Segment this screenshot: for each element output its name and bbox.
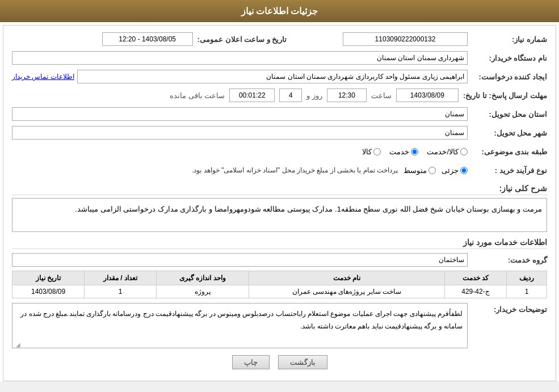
col-service-code: کد خدمت [444,271,506,285]
category-goods-option[interactable]: کالا [362,147,381,156]
back-button[interactable]: بازگشت [278,355,327,369]
response-day-label: روز و [306,91,322,100]
service-group-input[interactable] [12,253,468,267]
need-number-row: شماره نیاز: تاریخ و ساعت اعلان عمومی: [12,31,547,47]
category-goods-service-label: کالا/خدمت [427,147,459,156]
cell-need-date: 1403/08/09 [12,285,85,298]
service-group-value-cell [12,253,468,267]
process-partial-option[interactable]: جزئی [442,166,468,175]
category-service-option[interactable]: خدمت [389,147,418,156]
contact-info-link[interactable]: اطلاعات تماس خریدار [12,73,74,81]
org-name-input[interactable] [12,51,468,65]
public-announce-label: تاریخ و ساعت اعلان عمومی: [193,35,287,44]
buyer-notes-row: توضیحات خریدار: لطفاًفرم پیشنهادی جهت اج… [12,303,547,348]
buyer-notes-text: لطفاًفرم پیشنهادی جهت اجرای عملیات موضوع… [20,310,463,330]
cell-quantity: 1 [85,285,157,298]
process-partial-label: جزئی [442,166,459,175]
page-wrapper: جزئیات اطلاعات نیاز شماره نیاز: تاریخ و … [0,0,559,381]
response-days-input[interactable] [279,88,302,102]
process-type-label: نوع فرآیند خرید : [468,166,547,175]
process-medium-label: متوسط [404,166,427,175]
cell-row-num: 1 [507,285,547,298]
creator-input[interactable] [77,70,468,83]
main-content: شماره نیاز: تاریخ و ساعت اعلان عمومی: نا… [3,25,556,381]
category-service-radio[interactable] [411,148,418,155]
cell-service-name: ساخت سایر پروژه‌های مهندسی عمران [249,285,444,298]
category-row: طبقه بندی موضوعی: کالا/خدمت خدمت کالا [12,144,547,159]
public-announce-value-cell [12,32,193,46]
buyer-notes-box: لطفاًفرم پیشنهادی جهت اجرای عملیات موضوع… [12,303,468,348]
services-section-title: اطلاعات خدمات مورد نیاز [12,238,547,249]
description-box: مرمت و بهسازی بوستان خیابان شیخ فضل الله… [12,198,547,232]
table-row: 1 ج-42-429 ساخت سایر پروژه‌های مهندسی عم… [12,285,547,298]
category-radio-group: کالا/خدمت خدمت کالا [362,147,468,156]
process-medium-option[interactable]: متوسط [404,166,436,175]
response-deadline-value-cell: ساعت روز و ساعت باقی مانده [12,88,459,102]
resize-handle: ◢ [14,340,20,347]
need-number-label: شماره نیاز: [468,35,547,44]
delivery-city-value-cell [12,126,468,140]
buyer-notes-label: توضیحات خریدار: [468,303,547,314]
need-number-value-cell [287,32,468,46]
response-deadline-label: مهلت ارسال پاسخ: تا تاریخ: [459,91,547,100]
category-goods-service-option[interactable]: کالا/خدمت [427,147,468,156]
category-goods-label: کالا [362,147,372,156]
need-number-input[interactable] [343,32,468,46]
category-goods-radio[interactable] [373,148,381,155]
cell-unit: پروژه [157,285,249,298]
service-group-row: گروه خدمت: [12,252,547,268]
col-unit: واحد اندازه گیری [157,271,249,285]
response-time-label: ساعت [371,91,392,100]
process-type-row: نوع فرآیند خرید : جزئی متوسط پرداخت تمام… [12,162,547,178]
delivery-city-label: شهر محل تحویل: [468,129,547,137]
response-date-input[interactable] [396,88,459,102]
cell-service-code: ج-42-429 [444,285,506,298]
process-partial-radio[interactable] [460,167,468,174]
description-section-title: شرح کلی نیاز: [12,184,547,195]
category-service-label: خدمت [389,147,409,156]
buyer-notes-value-cell: لطفاًفرم پیشنهادی جهت اجرای عملیات موضوع… [12,303,468,348]
delivery-province-label: استان محل تحویل: [468,110,547,119]
col-row-num: ردیف [507,271,547,285]
response-deadline-row: مهلت ارسال پاسخ: تا تاریخ: ساعت روز و سا… [12,87,547,103]
org-name-label: نام دستگاه خریدار: [468,54,547,62]
buttons-row: بازگشت چاپ [12,355,547,369]
response-remaining-label: ساعت باقی مانده [170,91,225,100]
delivery-province-input[interactable] [12,107,468,121]
creator-label: ایجاد کننده درخواست: [468,73,547,81]
category-value-cell: کالا/خدمت خدمت کالا [12,147,468,156]
col-need-date: تاریخ نیاز [12,271,85,285]
category-goods-service-radio[interactable] [460,148,468,155]
category-label: طبقه بندی موضوعی: [468,147,547,156]
delivery-city-row: شهر محل تحویل: [12,125,547,141]
page-title: جزئیات اطلاعات نیاز [241,6,318,16]
process-type-value-cell: جزئی متوسط پرداخت تمام یا بخشی از مبلغ خ… [12,166,468,175]
org-name-value-cell [12,51,468,65]
process-note: پرداخت تمام یا بخشی از مبلغ خریداز محل "… [192,166,398,174]
print-button[interactable]: چاپ [232,355,270,369]
public-announce-input[interactable] [102,32,193,46]
creator-row: ایجاد کننده درخواست: اطلاعات تماس خریدار [12,69,547,85]
org-name-row: نام دستگاه خریدار: [12,50,547,66]
creator-value-cell: اطلاعات تماس خریدار [12,70,468,83]
delivery-province-value-cell [12,107,468,121]
services-table: ردیف کد خدمت نام خدمت واحد اندازه گیری ت… [12,271,547,298]
response-time-input[interactable] [327,88,367,102]
process-medium-radio[interactable] [428,167,436,174]
response-remaining-input[interactable] [229,88,275,102]
col-quantity: تعداد / مقدار [85,271,157,285]
delivery-city-input[interactable] [12,126,468,140]
delivery-province-row: استان محل تحویل: [12,106,547,122]
service-group-label: گروه خدمت: [468,256,547,264]
page-header: جزئیات اطلاعات نیاز [0,0,559,22]
table-header-row: ردیف کد خدمت نام خدمت واحد اندازه گیری ت… [12,271,547,285]
col-service-name: نام خدمت [249,271,444,285]
process-radio-group: جزئی متوسط پرداخت تمام یا بخشی از مبلغ خ… [192,166,468,175]
